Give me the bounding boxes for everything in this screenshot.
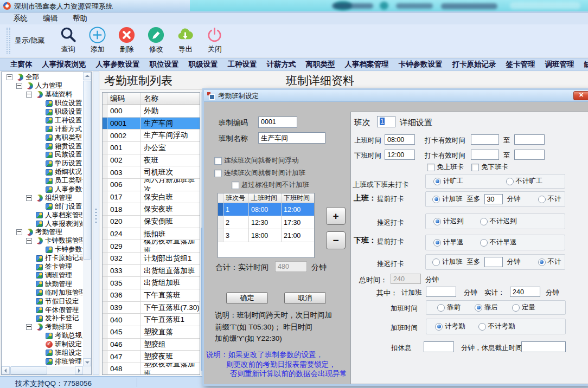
menu-item[interactable]: 系统 xyxy=(8,12,33,24)
off-time-input[interactable]: 12:00 xyxy=(385,150,415,160)
table-row[interactable]: 032计划部出货组1 xyxy=(103,253,200,265)
expand-toggle-icon[interactable] xyxy=(16,229,22,235)
radio-count-late[interactable] xyxy=(433,218,441,225)
tree-item[interactable]: 年休假管理 xyxy=(2,306,82,314)
tab-item[interactable]: 主窗体 xyxy=(5,60,37,69)
radio-no-late[interactable] xyxy=(480,218,488,225)
tree-item[interactable]: 人力管理 xyxy=(2,82,82,90)
table-row[interactable]: 020保安倒班 xyxy=(103,216,200,228)
tab-item[interactable]: 职位设置 xyxy=(145,60,184,69)
tree-item[interactable]: 临时加班管理 xyxy=(2,288,82,297)
tree-item[interactable]: 缺勤管理 xyxy=(2,280,82,288)
shift-name-input[interactable]: 生产车间 xyxy=(258,132,325,144)
tree-item[interactable]: 工种设置 xyxy=(2,116,82,125)
tab-item[interactable]: 职级设置 xyxy=(184,60,223,69)
tree-item[interactable]: 发补卡登记 xyxy=(2,314,82,323)
expand-toggle-icon[interactable] xyxy=(26,195,32,201)
free-on-card-checkbox[interactable] xyxy=(427,164,434,171)
table-row[interactable]: 033出货组直落加班 xyxy=(103,265,200,277)
grid-column-off-time[interactable]: 下班时间 xyxy=(282,193,314,203)
radio-position-fixed[interactable] xyxy=(512,304,520,312)
tree-item[interactable]: 民族设置 xyxy=(2,151,82,159)
tree-item[interactable]: 组织管理 xyxy=(2,193,82,202)
expand-toggle-icon[interactable] xyxy=(7,74,12,80)
tree-item[interactable]: 学历设置 xyxy=(2,159,82,168)
scroll-down-icon[interactable] xyxy=(83,358,91,366)
grid-column-on-time[interactable]: 上班时间 xyxy=(249,193,282,203)
tree-item[interactable]: 婚姻状况 xyxy=(2,168,82,177)
radio-no-absent[interactable] xyxy=(506,178,514,185)
radio-no-count[interactable] xyxy=(538,196,546,203)
radio-position-front[interactable] xyxy=(437,304,445,312)
table-row[interactable]: 006周六月薪加班班次 xyxy=(103,179,200,191)
tree-item[interactable]: 人事报表浏览 xyxy=(2,219,82,228)
radio-count-overtime-off[interactable] xyxy=(432,258,440,266)
table-row[interactable]: 017保安白班 xyxy=(103,191,200,204)
table-row[interactable]: 035出货组加班 xyxy=(103,277,200,289)
tree-item[interactable]: 签卡管理 xyxy=(2,263,82,271)
ok-button[interactable]: 确定 xyxy=(226,292,268,304)
radio-no-count-off[interactable] xyxy=(538,258,546,266)
expand-toggle-icon[interactable] xyxy=(26,324,32,330)
tab-item[interactable]: 人事档案管理 xyxy=(340,60,394,69)
tree-item[interactable]: 人事参数设 xyxy=(2,185,82,194)
radio-count-early-leave[interactable] xyxy=(433,239,441,247)
expand-toggle-icon[interactable] xyxy=(26,238,32,244)
table-row[interactable]: 039下午直落班(7.30) xyxy=(103,302,200,314)
table-row[interactable]: 024抵扣班 xyxy=(103,228,200,241)
expand-toggle-icon[interactable] xyxy=(26,92,32,98)
scroll-right-icon[interactable] xyxy=(75,366,83,374)
shift-no-input[interactable]: 1 xyxy=(377,116,395,127)
radio-no-early-leave[interactable] xyxy=(480,239,488,247)
scroll-left-icon[interactable] xyxy=(2,366,10,374)
tree-item[interactable]: 全部 xyxy=(2,73,82,82)
shift-code-input[interactable]: 0001 xyxy=(258,117,297,128)
table-row[interactable]: 0002生产车间浮动 xyxy=(103,130,200,142)
on-time-input[interactable]: 08:00 xyxy=(385,134,415,145)
radio-no-attendance[interactable] xyxy=(478,323,486,331)
tree-item[interactable]: 离职类型 xyxy=(2,133,82,142)
table-row[interactable]: 036下午直落班 xyxy=(103,289,200,302)
tree-item[interactable]: 班制设定 xyxy=(2,340,82,349)
tree-item[interactable]: 职位设置 xyxy=(2,99,82,108)
scrollbar-thumb[interactable] xyxy=(10,366,47,374)
tree-item[interactable]: 计薪方式 xyxy=(2,125,82,133)
valid-off-from-input[interactable] xyxy=(471,150,499,160)
valid-off-to-input[interactable] xyxy=(514,150,545,160)
column-header-code[interactable]: 编码 xyxy=(107,93,141,105)
deduct-rest-input[interactable] xyxy=(424,341,454,352)
menu-item[interactable]: 帮助 xyxy=(67,12,93,24)
table-row[interactable]: 029模房夜班直落加班 xyxy=(103,240,200,253)
cancel-button[interactable]: 取消 xyxy=(284,292,326,304)
rest-deadline-input[interactable] xyxy=(521,341,566,352)
tree-item[interactable]: 班组设定 xyxy=(2,349,82,358)
tree-item[interactable]: 调班管理 xyxy=(2,271,82,280)
over-standard-checkbox[interactable] xyxy=(232,182,239,189)
expand-toggle-icon[interactable] xyxy=(16,83,22,89)
tab-item[interactable]: 工种设置 xyxy=(223,60,262,69)
export-button[interactable]: 导出 xyxy=(171,25,200,56)
panel-splitter[interactable] xyxy=(93,72,99,375)
table-row[interactable]: 002夜班 xyxy=(103,154,200,167)
tab-item[interactable]: 人事参数设置 xyxy=(91,60,145,69)
table-row[interactable]: 000外勤 xyxy=(103,105,200,118)
show-hide-toggle[interactable]: 显示/隐藏 xyxy=(15,36,45,46)
tree-item[interactable]: 人事档案管理 xyxy=(2,211,82,219)
tree-item[interactable]: 职级设置 xyxy=(2,108,82,117)
tab-item[interactable]: 签卡管理 xyxy=(501,60,540,69)
actual-input[interactable]: 240 xyxy=(510,287,540,297)
modify-button[interactable]: 修改 xyxy=(142,25,171,56)
remove-shift-button[interactable]: − xyxy=(326,231,346,249)
on-overtime-max-input[interactable]: 30 xyxy=(484,194,503,204)
scroll-up-icon[interactable] xyxy=(83,72,91,80)
table-row[interactable]: 0001生产车间 xyxy=(103,118,200,130)
tree-item[interactable]: 基础资料 xyxy=(2,90,82,99)
scrollbar-thumb[interactable] xyxy=(83,81,91,260)
tab-item[interactable]: 调班管理 xyxy=(540,60,579,69)
table-row[interactable]: 045塑胶直落 xyxy=(103,326,200,339)
query-button[interactable]: 查询 xyxy=(54,25,83,56)
radio-count-absent[interactable] xyxy=(433,178,441,185)
table-row[interactable]: 003司机班次 xyxy=(103,166,200,179)
dialog-title-bar[interactable]: 考勤班制设定 xyxy=(204,90,588,102)
radio-position-back[interactable] xyxy=(475,304,482,312)
